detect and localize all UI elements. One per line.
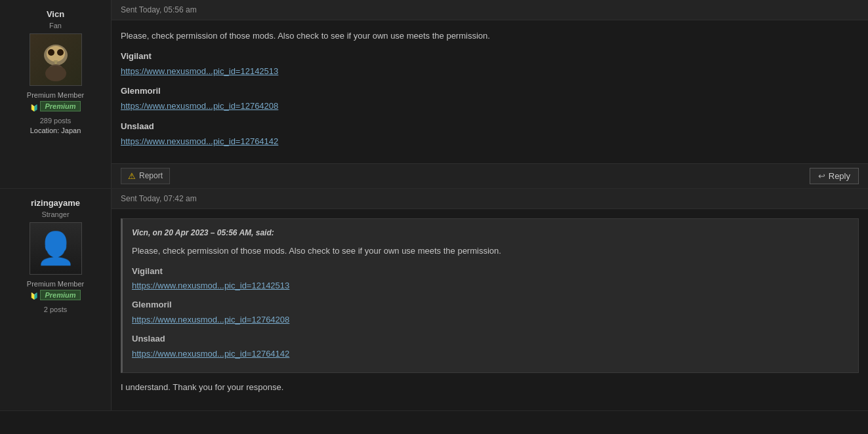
sent-time-vicn: Sent Today, 05:56 am bbox=[121, 5, 197, 14]
quote-block: Vicn, on 20 Apr 2023 – 05:56 AM, said: P… bbox=[121, 218, 859, 374]
svg-point-3 bbox=[57, 49, 64, 56]
message-body-rizingayame: Vicn, on 20 Apr 2023 – 05:56 AM, said: P… bbox=[112, 209, 868, 411]
avatar-vicn bbox=[30, 33, 82, 86]
svg-point-5 bbox=[45, 66, 66, 81]
message-header-vicn: Sent Today, 05:56 am bbox=[112, 0, 868, 20]
message-rizingayame: rizingayame Stranger 👤 Premium Member 🔰 … bbox=[0, 189, 868, 412]
quote-link-unslaad[interactable]: https://www.nexusmod...pic_id=12764142 bbox=[132, 347, 849, 361]
warning-icon: ⚠ bbox=[128, 171, 136, 181]
member-type-rizingayame: Premium Member bbox=[27, 280, 84, 288]
message-content-vicn: Sent Today, 05:56 am Please, check permi… bbox=[112, 0, 868, 188]
reply-label: Reply bbox=[829, 171, 850, 181]
message-vicn: Vicn Fan Premium Member 🔰 Premium bbox=[0, 0, 868, 189]
svg-point-2 bbox=[48, 49, 54, 56]
location-value: Japan bbox=[61, 127, 81, 134]
mod-link-glenmoril[interactable]: https://www.nexusmod...pic_id=12764208 bbox=[121, 100, 859, 113]
quote-mod-unslaad: Unslaad bbox=[132, 332, 849, 346]
person-silhouette-icon: 👤 bbox=[36, 233, 75, 264]
mod-name-vigilant: Vigilant bbox=[121, 50, 859, 64]
post-count-rizingayame: 2 posts bbox=[44, 306, 67, 313]
user-sidebar-vicn: Vicn Fan Premium Member 🔰 Premium bbox=[0, 0, 112, 188]
user-sidebar-rizingayame: rizingayame Stranger 👤 Premium Member 🔰 … bbox=[0, 189, 112, 411]
quote-mod-glenmoril: Glenmoril bbox=[132, 298, 849, 312]
user-role-rizingayame: Stranger bbox=[41, 210, 69, 218]
member-type-vicn: Premium Member bbox=[27, 91, 84, 99]
sent-time-rizingayame: Sent Today, 07:42 am bbox=[121, 194, 197, 203]
quote-mod-vigilant: Vigilant bbox=[132, 265, 849, 279]
location-vicn: Location: Japan bbox=[30, 127, 81, 134]
report-button[interactable]: ⚠ Report bbox=[121, 168, 170, 184]
badge-icon-rizingayame: 🔰 bbox=[30, 292, 38, 300]
user-role-vicn: Fan bbox=[49, 22, 62, 30]
mod-name-glenmoril: Glenmoril bbox=[121, 85, 859, 98]
reply-button[interactable]: ↩ Reply bbox=[810, 168, 859, 184]
username-vicn: Vicn bbox=[47, 9, 64, 19]
message-header-rizingayame: Sent Today, 07:42 am bbox=[112, 189, 868, 209]
mod-name-unslaad: Unslaad bbox=[121, 120, 859, 134]
reply-text: I understand. Thank you for your respons… bbox=[121, 381, 859, 395]
premium-badge-vicn: Premium bbox=[40, 101, 80, 111]
mod-link-vigilant[interactable]: https://www.nexusmod...pic_id=12142513 bbox=[121, 65, 859, 79]
badge-icon-vicn: 🔰 bbox=[30, 104, 38, 111]
quote-attribution: Vicn, on 20 Apr 2023 – 05:56 AM, said: bbox=[132, 227, 849, 239]
quote-attribution-text: Vicn, on 20 Apr 2023 – 05:56 AM, said: bbox=[132, 228, 274, 237]
post-count-vicn: 289 posts bbox=[40, 117, 72, 125]
reply-icon: ↩ bbox=[818, 171, 825, 181]
report-label: Report bbox=[139, 171, 163, 180]
mod-link-unslaad[interactable]: https://www.nexusmod...pic_id=12764142 bbox=[121, 135, 859, 149]
username-rizingayame: rizingayame bbox=[31, 198, 80, 208]
message-content-rizingayame: Sent Today, 07:42 am Vicn, on 20 Apr 202… bbox=[112, 189, 868, 411]
quote-link-glenmoril[interactable]: https://www.nexusmod...pic_id=12764208 bbox=[132, 313, 849, 327]
quote-link-vigilant[interactable]: https://www.nexusmod...pic_id=12142513 bbox=[132, 279, 849, 293]
quote-intro: Please, check permission of those mods. … bbox=[132, 245, 849, 258]
location-label: Location: bbox=[30, 127, 60, 134]
message-intro-vicn: Please, check permission of those mods. … bbox=[121, 30, 859, 43]
message-body-vicn: Please, check permission of those mods. … bbox=[112, 20, 868, 163]
message-footer-vicn: ⚠ Report ↩ Reply bbox=[112, 163, 868, 188]
premium-badge-rizingayame: Premium bbox=[40, 290, 80, 300]
avatar-rizingayame: 👤 bbox=[30, 222, 82, 275]
